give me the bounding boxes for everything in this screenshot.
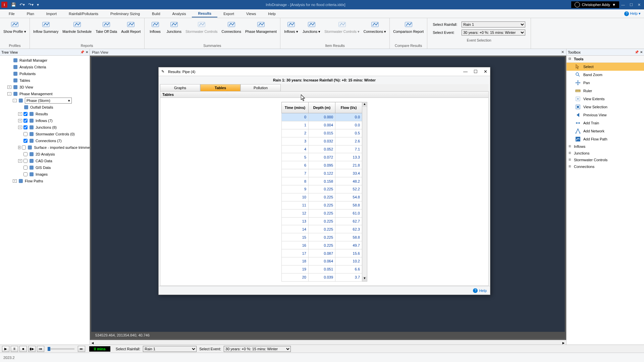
stop-button[interactable]: ■ (19, 346, 27, 352)
ribbon-inflows[interactable]: Inflows (147, 19, 164, 34)
tool-add-train[interactable]: Add Train (567, 119, 644, 127)
minimize-icon[interactable]: — (621, 3, 625, 7)
tool-view-selection[interactable]: View Selection (567, 103, 644, 111)
menu-rainfall-pollutants[interactable]: Rainfall/Pollutants (63, 10, 104, 17)
tree-tables[interactable]: Tables (0, 77, 90, 84)
tree-results[interactable]: +Results (0, 111, 90, 117)
dialog-close-icon[interactable]: ✕ (484, 69, 487, 74)
table-row[interactable]: 180.06410.2 (282, 257, 362, 265)
table-row[interactable]: 00.0000.0 (282, 113, 362, 121)
qat-undo-icon[interactable]: ↶▾ (18, 2, 26, 7)
qat-redo-icon[interactable]: ↷▾ (27, 2, 35, 7)
close-icon[interactable]: ✕ (638, 3, 641, 7)
panel-close-icon[interactable]: ✕ (86, 50, 88, 54)
user-menu[interactable]: Christopher Addy▼ (571, 1, 619, 8)
tree-checkbox[interactable] (22, 145, 26, 149)
table-row[interactable]: 30.0322.6 (282, 137, 362, 145)
ribbon-inflows[interactable]: Inflows ▾ (282, 19, 300, 34)
tree-checkbox[interactable] (23, 166, 28, 170)
table-row[interactable]: 70.12233.4 (282, 169, 362, 177)
tree-images[interactable]: Images (0, 171, 90, 178)
tree-flow-paths[interactable]: +Flow Paths (0, 178, 90, 184)
tool-add-network[interactable]: Add Network (567, 127, 644, 135)
tool-pan[interactable]: Pan (567, 79, 644, 87)
plan-view-close-icon[interactable]: ✕ (561, 50, 564, 54)
playbar-rainfall-select[interactable]: Rain 1 (143, 346, 197, 352)
pin-icon[interactable]: 📌 (80, 50, 84, 54)
table-row[interactable]: 60.09521.8 (282, 161, 362, 169)
tree-3d-view[interactable]: +3D View (0, 84, 90, 90)
play-button[interactable]: ▶ (2, 346, 9, 352)
ribbon-connections[interactable]: Connections (220, 19, 243, 34)
table-row[interactable]: 110.22558.8 (282, 201, 362, 209)
ribbon-junctions[interactable]: Junctions (165, 19, 183, 34)
menu-views[interactable]: Views (240, 10, 262, 17)
menu-plan[interactable]: Plan (21, 10, 40, 17)
results-tab-pollution[interactable]: Pollution (240, 84, 281, 91)
ribbon-connections[interactable]: Connections ▾ (362, 19, 387, 34)
tools-category[interactable]: Tools (567, 56, 644, 63)
table-row[interactable]: 160.22549.7 (282, 241, 362, 249)
menu-import[interactable]: Import (40, 10, 63, 17)
menu-export[interactable]: Export (217, 10, 240, 17)
rainfall-select[interactable]: Rain 1 (462, 21, 525, 27)
dialog-maximize-icon[interactable]: ☐ (474, 69, 478, 74)
tool-select[interactable]: Select (567, 63, 644, 71)
tree-surface-imported-surface-trimmed[interactable]: +Surface - imported surface trimmed (0, 144, 90, 151)
tree-phase-storm-[interactable]: -Phase (Storm)▾ (0, 97, 90, 104)
tool-group-stormwater-controls[interactable]: Stormwater Controls (567, 157, 644, 163)
tree-junctions-8-[interactable]: +Junctions (8) (0, 124, 90, 131)
tree-checkbox[interactable] (23, 139, 28, 143)
tree-checkbox[interactable] (23, 112, 28, 116)
tree-stormwater-controls-0-[interactable]: Stormwater Controls (0) (0, 131, 90, 137)
table-row[interactable]: 50.07213.3 (282, 153, 362, 161)
tool-group-connections[interactable]: Connections (567, 163, 644, 170)
table-scrollbar[interactable]: ▲▼ (362, 102, 367, 282)
ribbon-take-off-data[interactable]: Take Off Data (94, 19, 118, 34)
maximize-icon[interactable]: ☐ (630, 3, 633, 7)
toolbox-close-icon[interactable]: ✕ (640, 50, 643, 54)
tree-checkbox[interactable] (23, 125, 28, 129)
tool-group-inflows[interactable]: Inflows (567, 143, 644, 150)
dialog-help-link[interactable]: Help (479, 289, 487, 293)
tree-rainfall-manager[interactable]: Rainfall Manager (0, 57, 90, 64)
tool-previous-view[interactable]: Previous View (567, 111, 644, 119)
menu-preliminary-sizing[interactable]: Preliminary Sizing (104, 10, 146, 17)
table-row[interactable]: 170.08715.6 (282, 249, 362, 257)
event-select[interactable]: 30 years: +0 %: 15 mins: Winter (462, 29, 525, 36)
tree-checkbox[interactable] (23, 172, 28, 176)
menu-help[interactable]: Help (262, 10, 282, 17)
table-row[interactable]: 130.22562.7 (282, 217, 362, 225)
table-row[interactable]: 10.0040.0 (282, 121, 362, 129)
table-row[interactable]: 80.15848.2 (282, 177, 362, 185)
tree-pollutants[interactable]: Pollutants (0, 70, 90, 77)
tree-inflows-7-[interactable]: +Inflows (7) (0, 117, 90, 124)
table-row[interactable]: 20.0150.5 (282, 129, 362, 137)
ribbon-audit-report[interactable]: Audit Report (120, 19, 142, 34)
toolbox-pin-icon[interactable]: 📌 (635, 50, 639, 54)
tool-group-junctions[interactable]: Junctions (567, 150, 644, 157)
ribbon-comparison-report[interactable]: Comparison Report (392, 19, 425, 34)
phase-combo[interactable]: Phase (Storm)▾ (25, 98, 72, 104)
menu-results[interactable]: Results (192, 10, 217, 17)
menu-build[interactable]: Build (146, 10, 166, 17)
ribbon-junctions[interactable]: Junctions ▾ (301, 19, 322, 34)
table-row[interactable]: 190.0516.6 (282, 265, 362, 273)
tree-checkbox[interactable] (23, 152, 28, 156)
tool-add-flow-path[interactable]: Add Flow Path (567, 135, 644, 143)
tree-analysis-criteria[interactable]: Analysis Criteria (0, 64, 90, 70)
tree-checkbox[interactable] (23, 119, 28, 123)
table-row[interactable]: 90.22552.2 (282, 185, 362, 193)
tree-cad-data[interactable]: +CAD Data (0, 158, 90, 164)
ribbon-manhole-schedule[interactable]: Manhole Schedule (61, 19, 93, 34)
tree-gis-data[interactable]: GIS Data (0, 164, 90, 171)
menu-analysis[interactable]: Analysis (166, 10, 192, 17)
table-row[interactable]: 150.22558.8 (282, 233, 362, 241)
table-row[interactable]: 120.22561.0 (282, 209, 362, 217)
results-tab-tables[interactable]: Tables (200, 84, 240, 91)
table-row[interactable]: 200.0393.7 (282, 273, 362, 281)
tree-view[interactable]: Rainfall ManagerAnalysis CriteriaPolluta… (0, 56, 90, 353)
table-row[interactable]: 100.22554.8 (282, 193, 362, 201)
pause-button[interactable]: ⏸ (11, 346, 18, 352)
tree-phase-management[interactable]: -Phase Management (0, 90, 90, 97)
